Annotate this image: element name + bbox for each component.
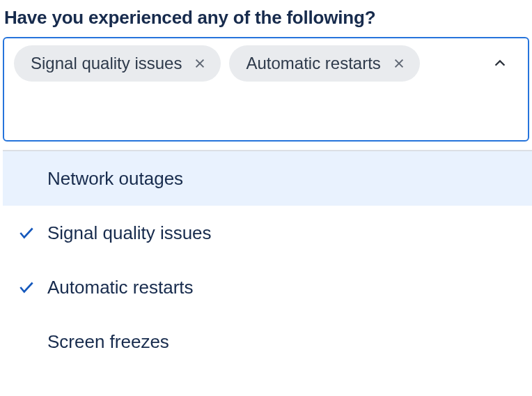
option-label: Signal quality issues <box>47 222 212 244</box>
option-label: Automatic restarts <box>47 277 194 298</box>
close-icon[interactable] <box>391 55 407 72</box>
dropdown-listbox: Network outages Signal quality issues Au… <box>3 150 532 369</box>
check-icon <box>17 277 36 297</box>
chip-label: Automatic restarts <box>246 54 380 73</box>
option-network-outages[interactable]: Network outages <box>3 151 532 206</box>
chip-automatic-restarts[interactable]: Automatic restarts <box>229 45 419 82</box>
option-label: Screen freezes <box>47 331 169 353</box>
multiselect-field: Have you experienced any of the followin… <box>0 0 532 369</box>
option-signal-quality-issues[interactable]: Signal quality issues <box>3 206 532 260</box>
check-icon <box>17 223 36 243</box>
question-label: Have you experienced any of the followin… <box>3 0 529 37</box>
multiselect-control[interactable]: Signal quality issues Automatic restarts <box>3 37 529 142</box>
option-screen-freezes[interactable]: Screen freezes <box>3 314 532 369</box>
selected-chips: Signal quality issues Automatic restarts <box>14 45 518 82</box>
chip-label: Signal quality issues <box>31 54 182 73</box>
option-label: Network outages <box>47 168 183 190</box>
chip-signal-quality-issues[interactable]: Signal quality issues <box>14 45 221 82</box>
option-automatic-restarts[interactable]: Automatic restarts <box>3 260 532 314</box>
close-icon[interactable] <box>191 55 208 72</box>
chevron-up-icon[interactable] <box>490 54 510 73</box>
